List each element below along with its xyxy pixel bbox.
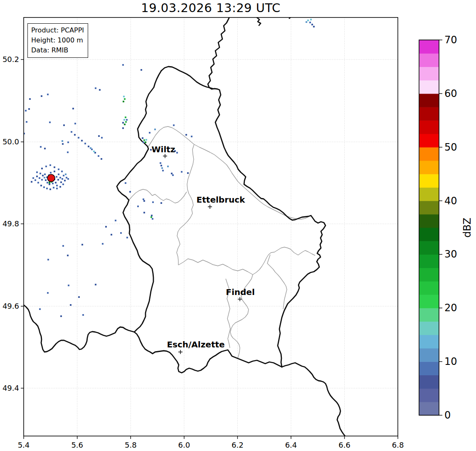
radar-echo-pixel xyxy=(309,22,311,23)
radar-echo-pixel xyxy=(60,181,62,183)
district-border xyxy=(178,259,253,275)
radar-figure: 19.03.2026 13:29 UTC Product: PCAPPI Hei… xyxy=(0,0,476,451)
colorbar-tick-label: 50 xyxy=(444,141,457,153)
city-label: Findel xyxy=(226,287,255,297)
radar-echo-pixel xyxy=(71,131,72,133)
radar-echo-pixel xyxy=(105,226,107,228)
colorbar-segment xyxy=(419,187,439,201)
radar-echo-pixel xyxy=(46,188,48,189)
radar-echo-pixel xyxy=(36,176,38,177)
city-marker xyxy=(208,205,212,209)
colorbar-segment xyxy=(419,295,439,308)
radar-echo-pixel xyxy=(151,215,153,216)
radar-echo-pixel xyxy=(310,19,312,20)
colorbar-tick-label: 30 xyxy=(444,248,457,260)
radar-echo-pixel xyxy=(161,167,163,169)
radar-echo-pixel xyxy=(39,177,40,179)
colorbar-segment xyxy=(419,107,439,121)
radar-echo-pixel xyxy=(47,292,49,294)
radar-echo-pixel xyxy=(62,183,64,185)
radar-echo-pixel xyxy=(40,185,42,186)
district-border xyxy=(267,255,287,309)
radar-echo-pixel xyxy=(47,94,49,95)
radar-echo-pixel xyxy=(122,122,124,124)
colorbar-tick-label: 20 xyxy=(444,302,457,314)
radar-echo-pixel xyxy=(99,89,101,91)
radar-echo-pixel xyxy=(54,171,55,172)
country-border xyxy=(24,305,134,352)
radar-echo-pixel xyxy=(56,176,57,178)
radar-echo-pixel xyxy=(67,255,69,256)
radar-echo-pixel xyxy=(123,96,125,97)
colorbar-segment xyxy=(419,335,439,349)
radar-echo-pixel xyxy=(137,206,139,207)
radar-echo-pixel xyxy=(62,140,63,142)
radar-echo-pixel xyxy=(143,212,145,213)
radar-echo-pixel xyxy=(152,201,154,203)
country-border xyxy=(208,18,326,367)
colorbar-segment xyxy=(419,375,439,389)
radar-echo-pixel xyxy=(162,170,164,171)
radar-echo-pixel xyxy=(160,162,161,164)
radar-echo-pixel xyxy=(150,216,152,218)
city-marker xyxy=(178,350,183,354)
radar-echo-pixel xyxy=(68,285,69,286)
radar-echo-pixel xyxy=(44,173,46,175)
colorbar-segment xyxy=(419,161,439,174)
radar-echo-pixel xyxy=(123,119,125,121)
colorbar-segment xyxy=(419,147,439,161)
radar-echo-pixel xyxy=(125,121,127,123)
radar-echo-pixel xyxy=(78,137,79,139)
radar-echo-pixel xyxy=(124,98,126,100)
district-border xyxy=(177,144,194,265)
radar-echo-pixel xyxy=(306,21,307,23)
product-info-line: Product: PCAPPI xyxy=(31,25,84,35)
radar-echo-pixel xyxy=(146,139,147,141)
radar-echo-pixel xyxy=(160,165,162,166)
radar-echo-pixel xyxy=(41,168,43,169)
radar-echo-pixel xyxy=(32,177,34,179)
city-label: Esch/Alzette xyxy=(167,339,224,349)
radar-echo-pixel xyxy=(67,178,69,180)
colorbar-segment xyxy=(419,322,439,335)
radar-echo-pixel xyxy=(41,179,43,181)
district-border xyxy=(194,144,308,219)
radar-echo-pixel xyxy=(123,101,124,102)
colorbar-tick-label: 40 xyxy=(444,195,457,207)
colorbar-segment xyxy=(419,268,439,282)
radar-echo-pixel xyxy=(50,172,52,173)
radar-echo-pixel xyxy=(84,143,86,144)
radar-echo-pixel xyxy=(81,244,83,245)
radar-echo-pixel xyxy=(185,134,187,136)
colorbar-segment xyxy=(419,174,439,188)
x-tick-label: 6.2 xyxy=(232,441,244,449)
radar-echo-pixel xyxy=(145,141,146,143)
colorbar-tick-label: 60 xyxy=(444,88,457,99)
colorbar-segment xyxy=(419,53,439,67)
radar-echo-pixel xyxy=(44,177,45,178)
x-tick-label: 6.6 xyxy=(338,441,350,449)
colorbar-segment xyxy=(419,402,439,416)
data-source-line: Data: RMIB xyxy=(31,45,84,55)
radar-echo-pixel xyxy=(120,232,122,234)
radar-echo-pixel xyxy=(58,173,59,175)
radar-echo-pixel xyxy=(47,182,48,183)
radar-echo-pixel xyxy=(39,173,41,174)
radar-echo-pixel xyxy=(95,87,96,89)
country-border xyxy=(282,363,345,436)
colorbar-unit-label: dBZ xyxy=(461,211,473,244)
radar-echo-pixel xyxy=(55,182,57,183)
radar-echo-pixel xyxy=(160,202,162,204)
radar-echo-pixel xyxy=(49,183,50,185)
radar-echo-pixel xyxy=(95,284,96,285)
radar-echo-pixel xyxy=(143,139,145,141)
colorbar-segment xyxy=(419,40,439,54)
radar-echo-pixel xyxy=(74,134,76,136)
country-border xyxy=(257,17,261,25)
radar-echo-pixel xyxy=(42,175,44,176)
colorbar-segment xyxy=(419,67,439,80)
radar-echo-pixel xyxy=(101,158,102,160)
colorbar-segment xyxy=(419,348,439,362)
radar-echo-pixel xyxy=(54,166,55,168)
radar-echo-pixel xyxy=(67,141,69,143)
